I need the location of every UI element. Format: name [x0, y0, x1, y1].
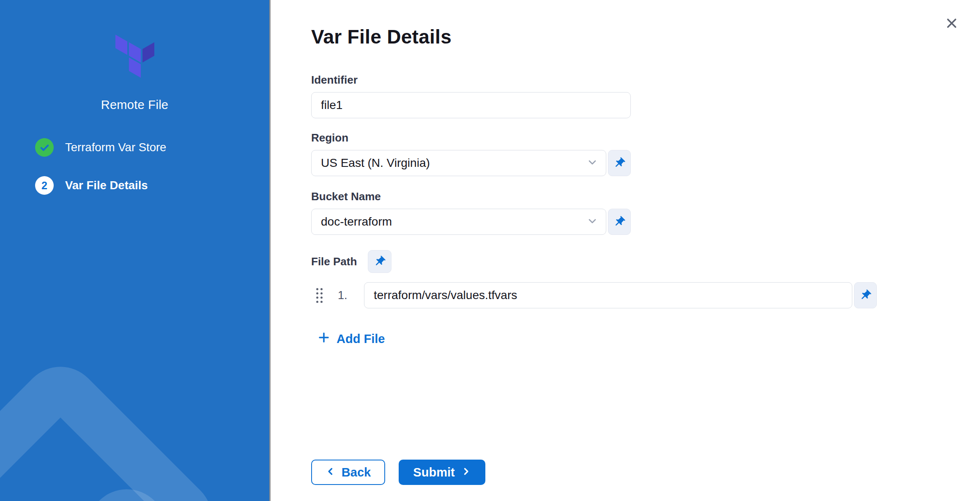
step-terraform-var-store[interactable]: Terraform Var Store: [35, 138, 269, 157]
file-row-index: 1.: [338, 289, 352, 302]
file-path-pin-button[interactable]: [368, 250, 391, 273]
wizard-sidebar: Remote File Terraform Var Store 2 Var Fi…: [0, 0, 271, 501]
bucket-name-label: Bucket Name: [311, 190, 980, 203]
identifier-label: Identifier: [311, 74, 980, 87]
submit-button[interactable]: Submit: [399, 460, 485, 485]
step-complete-check-icon: [35, 138, 54, 157]
step-var-file-details[interactable]: 2 Var File Details: [35, 176, 269, 195]
identifier-input[interactable]: [311, 92, 631, 118]
chevron-down-icon: [586, 215, 598, 229]
chevron-down-icon: [586, 156, 598, 170]
region-pin-button[interactable]: [608, 150, 631, 176]
terraform-logo: [115, 35, 154, 79]
watermark-shape: [0, 351, 228, 501]
add-file-button[interactable]: Add File: [318, 331, 385, 347]
region-label: Region: [311, 131, 980, 144]
back-button-label: Back: [342, 466, 371, 479]
drag-handle-icon[interactable]: [316, 288, 323, 303]
add-file-label: Add File: [337, 332, 385, 346]
step-label: Var File Details: [65, 179, 148, 192]
page-title: Var File Details: [311, 25, 980, 48]
file-path-row: 1.: [311, 282, 980, 308]
product-name: Remote File: [0, 98, 269, 112]
var-file-details-panel: Var File Details Identifier Region US Ea…: [272, 0, 980, 501]
chevron-right-icon: [461, 466, 471, 479]
submit-button-label: Submit: [413, 466, 454, 479]
plus-icon: [318, 331, 330, 347]
chevron-left-icon: [326, 466, 336, 479]
file-row-pin-button[interactable]: [854, 282, 877, 308]
bucket-selected-value: doc-terraform: [321, 215, 586, 229]
region-select[interactable]: US East (N. Virginia): [311, 150, 606, 176]
step-number-badge: 2: [35, 176, 54, 195]
bucket-pin-button[interactable]: [608, 209, 631, 235]
bucket-name-select[interactable]: doc-terraform: [311, 209, 606, 235]
file-path-label: File Path: [311, 255, 357, 268]
wizard-steps: Terraform Var Store 2 Var File Details: [0, 138, 269, 195]
step-label: Terraform Var Store: [65, 141, 166, 154]
region-selected-value: US East (N. Virginia): [321, 156, 586, 170]
back-button[interactable]: Back: [311, 460, 385, 485]
file-path-input[interactable]: [364, 282, 852, 308]
